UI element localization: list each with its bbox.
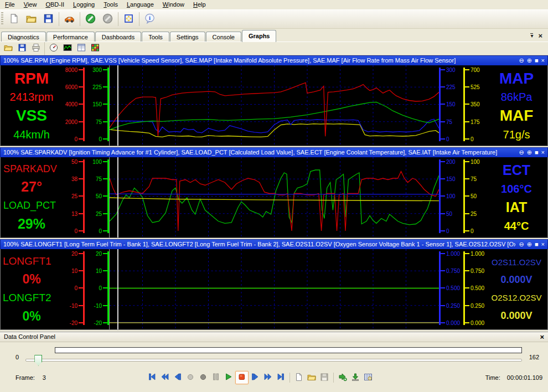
menu-item-tools[interactable]: Tools	[99, 1, 122, 9]
record-idle-button[interactable]	[184, 372, 197, 384]
axis-tick	[465, 322, 469, 323]
tab-console[interactable]: Console	[206, 32, 241, 42]
save-button[interactable]	[40, 11, 57, 27]
grid-view-button[interactable]	[362, 372, 374, 384]
plot-area[interactable]	[109, 249, 439, 329]
panel-controls: ⊖⊕■×	[519, 149, 545, 156]
panel-maximize-icon[interactable]: ■	[535, 149, 539, 156]
close-icon[interactable]: ×	[540, 333, 544, 341]
disconnect-button[interactable]	[99, 11, 116, 27]
panel-zoom-in-icon[interactable]: ⊕	[527, 149, 532, 156]
fit-window-button[interactable]	[120, 11, 137, 27]
table-button[interactable]	[74, 43, 88, 54]
plot-svg[interactable]	[110, 65, 439, 146]
menu-item-view[interactable]: View	[19, 1, 42, 9]
panel-close-icon[interactable]: ×	[541, 58, 545, 64]
panel-zoom-in-icon[interactable]: ⊕	[527, 58, 532, 64]
open-folder-button[interactable]	[1, 43, 15, 54]
sparkadv-axis: 503825130	[63, 157, 85, 238]
signal-value-o2s11: 0.000V	[485, 275, 547, 285]
o2s12-axis: 1.0000.7500.5000.2500.000	[463, 249, 485, 329]
step-forward-button[interactable]	[249, 372, 261, 384]
map-axis: 300225150750	[439, 65, 463, 146]
open-folder-button[interactable]	[23, 11, 40, 27]
info-button[interactable]: i	[141, 11, 158, 27]
signal-name-vss: VSS	[1, 108, 63, 123]
frame-slider-thumb[interactable]	[34, 355, 42, 366]
record-button[interactable]	[197, 372, 209, 384]
menu-item-window[interactable]: Window	[158, 1, 189, 9]
save-button[interactable]	[15, 43, 29, 54]
car-button[interactable]	[61, 11, 78, 27]
axis-tick	[465, 121, 469, 122]
save-data-button[interactable]	[318, 372, 330, 384]
panel-maximize-icon[interactable]: ■	[535, 58, 539, 64]
signal-value-vss: 44km/h	[1, 129, 63, 140]
tab-dashboards[interactable]: Dashboards	[95, 32, 141, 42]
tab-close-icon[interactable]: ×	[538, 33, 542, 39]
axis-tick-label: 75	[96, 118, 102, 125]
right-signal-labels: O2S11.O2SV 0.000V O2S12.O2SV 0.000V	[485, 249, 547, 329]
play-button[interactable]	[223, 372, 235, 384]
frame-counter: Frame:3	[15, 374, 46, 381]
frame-slider-track[interactable]	[25, 359, 522, 362]
tab-diagnostics[interactable]: Diagnostics	[1, 32, 46, 42]
skip-start-button[interactable]	[146, 372, 158, 384]
axis-tick-label: 75	[471, 176, 477, 182]
menu-item-language[interactable]: Language	[122, 1, 158, 9]
plot-svg[interactable]	[110, 249, 439, 329]
open-data-button[interactable]	[306, 372, 318, 384]
disconnect-icon	[102, 13, 113, 25]
gauge-button[interactable]	[46, 43, 60, 54]
panel-close-icon[interactable]: ×	[541, 149, 545, 156]
connect-button[interactable]	[82, 11, 99, 27]
panel-zoom-out-icon[interactable]: ⊖	[519, 241, 524, 247]
new-data-button[interactable]	[293, 372, 305, 384]
panel-zoom-in-icon[interactable]: ⊕	[527, 241, 532, 247]
rewind-button[interactable]	[159, 372, 171, 384]
menu-item-file[interactable]: File	[1, 1, 19, 9]
tab-settings[interactable]: Settings	[170, 32, 205, 42]
panel-zoom-out-icon[interactable]: ⊖	[519, 58, 524, 64]
fast-forward-button[interactable]	[262, 372, 274, 384]
step-back-button[interactable]	[172, 372, 184, 384]
printer-button[interactable]	[29, 43, 43, 54]
tab-tools[interactable]: Tools	[142, 32, 169, 42]
right-signal-labels: ECT 106°C IAT 44°C	[485, 157, 547, 238]
export-button[interactable]	[349, 372, 361, 384]
panel-titlebar[interactable]: 100% SAE.SPARKADV [Ignition Timing Advan…	[0, 147, 548, 157]
plot-area[interactable]	[109, 157, 439, 238]
heatmap-button[interactable]	[88, 43, 102, 54]
axis-tick-label: 0	[471, 136, 474, 142]
panel-close-icon[interactable]: ×	[541, 241, 545, 247]
append-button[interactable]	[337, 372, 349, 384]
plot-svg[interactable]	[110, 157, 439, 238]
axis-tick-label: 50	[446, 210, 452, 216]
panel-titlebar[interactable]: 100% SAE.LONGFT1 [Long Term Fuel Trim - …	[0, 239, 548, 249]
panel-maximize-icon[interactable]: ■	[535, 241, 539, 247]
append-icon	[338, 373, 347, 383]
tab-list-dropdown-icon[interactable]: ▾	[530, 33, 533, 38]
panel-titlebar[interactable]: 100% SAE.RPM [Engine RPM], SAE.VSS [Vehi…	[0, 55, 548, 65]
axis-tick-label: 10	[71, 268, 77, 274]
graph-panels-area: 100% SAE.RPM [Engine RPM], SAE.VSS [Vehi…	[0, 55, 548, 331]
pause-button[interactable]	[210, 372, 222, 384]
axis-tick	[465, 230, 469, 231]
waveform-button[interactable]	[60, 43, 74, 54]
stop-button[interactable]	[235, 371, 249, 384]
plot-area[interactable]	[109, 65, 439, 146]
obd-app-window: FileViewOBD-IILoggingToolsLanguageWindow…	[0, 0, 548, 392]
menu-item-logging[interactable]: Logging	[69, 1, 99, 9]
data-control-panel: Data Control Panel × 0 162 Frame:3 Time:…	[0, 332, 548, 392]
signal-name-map: MAP	[485, 71, 547, 86]
menu-item-obd-ii[interactable]: OBD-II	[41, 1, 69, 9]
menu-item-help[interactable]: Help	[189, 1, 210, 9]
skip-end-button[interactable]	[275, 372, 287, 384]
axis-tick	[103, 305, 107, 306]
tab-performance[interactable]: Performance	[46, 32, 95, 42]
panel-zoom-out-icon[interactable]: ⊖	[519, 149, 524, 156]
tab-graphs[interactable]: Graphs	[242, 30, 277, 42]
new-document-button[interactable]	[6, 11, 23, 27]
axis-tick	[103, 322, 107, 323]
toolbar-gripper[interactable]	[1, 12, 3, 25]
